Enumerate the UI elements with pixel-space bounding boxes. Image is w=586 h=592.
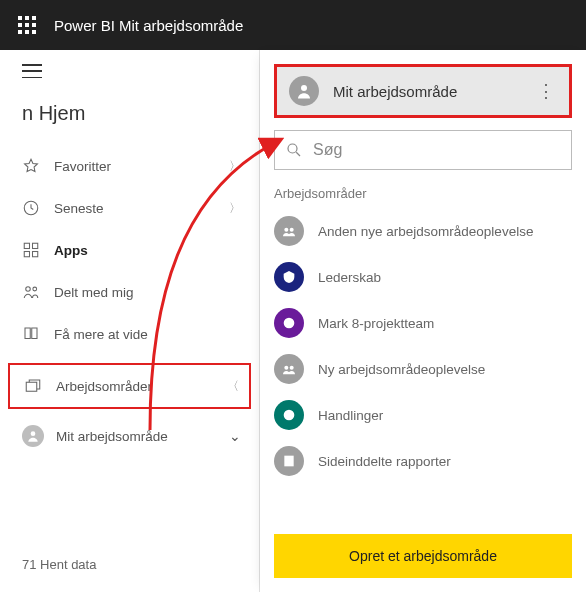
- workspaces-icon: [24, 377, 42, 395]
- more-icon[interactable]: ⋮: [537, 80, 557, 102]
- hamburger-icon[interactable]: [22, 64, 42, 78]
- chevron-right-icon: 〉: [229, 158, 241, 175]
- workspace-icon: [274, 354, 304, 384]
- sidebar-item-recent[interactable]: Seneste 〉: [0, 187, 259, 229]
- list-item-label: Anden nye arbejdsområdeoplevelse: [318, 224, 533, 239]
- book-icon: [22, 325, 40, 343]
- get-data-link[interactable]: 71 Hent data: [22, 557, 96, 572]
- svg-rect-17: [284, 456, 293, 467]
- current-workspace-label: Mit arbejdsområde: [333, 83, 523, 100]
- workspace-icon: [274, 216, 304, 246]
- sidebar-item-label: Favoritter: [54, 159, 215, 174]
- list-item[interactable]: Handlinger: [274, 395, 572, 435]
- person-icon: [22, 425, 44, 447]
- sidebar-item-favorites[interactable]: Favoritter 〉: [0, 145, 259, 187]
- app-title: Power BI Mit arbejdsområde: [54, 17, 243, 34]
- sidebar-item-label: Arbejdsområder: [56, 379, 152, 394]
- svg-point-14: [284, 366, 288, 370]
- top-bar: Power BI Mit arbejdsområde: [0, 0, 586, 50]
- svg-point-15: [290, 366, 294, 370]
- chevron-left-icon: 〈: [227, 378, 239, 395]
- svg-point-8: [31, 431, 36, 436]
- svg-point-10: [288, 144, 297, 153]
- app-launcher-icon[interactable]: [18, 16, 36, 34]
- sidebar-item-label: Få mere at vide: [54, 327, 241, 342]
- person-icon: [289, 76, 319, 106]
- list-item-label: Sideinddelte rapporter: [318, 454, 451, 469]
- workspace-icon: [274, 308, 304, 338]
- sidebar-item-shared[interactable]: Delt med mig: [0, 271, 259, 313]
- chevron-down-icon: ⌄: [229, 428, 241, 444]
- home-heading: n Hjem: [0, 102, 259, 145]
- svg-point-5: [26, 287, 31, 292]
- star-icon: [22, 157, 40, 175]
- create-workspace-button[interactable]: Opret et arbejdsområde: [274, 534, 572, 578]
- sidebar-item-workspaces[interactable]: Arbejdsområder 〈: [10, 365, 249, 407]
- svg-rect-1: [24, 243, 29, 248]
- svg-point-13: [284, 318, 295, 329]
- list-item-label: Ny arbejdsområdeoplevelse: [318, 362, 485, 377]
- sidebar-item-my-workspace[interactable]: Mit arbejdsområde ⌄: [0, 415, 259, 457]
- workspace-icon: [274, 446, 304, 476]
- svg-point-12: [290, 228, 294, 232]
- svg-rect-3: [24, 252, 29, 257]
- list-item[interactable]: Ny arbejdsområdeoplevelse: [274, 349, 572, 389]
- list-item[interactable]: Sideinddelte rapporter: [274, 441, 572, 481]
- list-item[interactable]: Anden nye arbejdsområdeoplevelse: [274, 211, 572, 251]
- chevron-right-icon: 〉: [229, 200, 241, 217]
- list-item-label: Handlinger: [318, 408, 383, 423]
- sidebar-item-label: Mit arbejdsområde: [56, 429, 168, 444]
- svg-point-16: [284, 410, 295, 421]
- apps-icon: [22, 241, 40, 259]
- list-item-label: Mark 8-projektteam: [318, 316, 434, 331]
- workspaces-section-label: Arbejdsområder: [274, 186, 572, 201]
- list-item-label: Lederskab: [318, 270, 381, 285]
- sidebar-item-label: Seneste: [54, 201, 215, 216]
- current-workspace-header[interactable]: Mit arbejdsområde ⋮: [277, 67, 569, 115]
- search-input[interactable]: [313, 141, 561, 159]
- svg-point-11: [284, 228, 288, 232]
- svg-rect-7: [26, 382, 37, 391]
- workspace-list: Anden nye arbejdsområdeoplevelse Ledersk…: [274, 211, 572, 481]
- list-item[interactable]: Lederskab: [274, 257, 572, 297]
- list-item[interactable]: Mark 8-projektteam: [274, 303, 572, 343]
- sidebar-item-apps[interactable]: Apps: [0, 229, 259, 271]
- svg-rect-2: [33, 243, 38, 248]
- shared-icon: [22, 283, 40, 301]
- workspaces-flyout: Mit arbejdsområde ⋮ Arbejdsområder Anden…: [260, 50, 586, 592]
- sidebar-item-label: Apps: [54, 243, 241, 258]
- workspace-icon: [274, 262, 304, 292]
- sidebar-item-label: Delt med mig: [54, 285, 241, 300]
- annotation-box-current-workspace: Mit arbejdsområde ⋮: [274, 64, 572, 118]
- search-icon: [285, 141, 303, 159]
- clock-icon: [22, 199, 40, 217]
- search-input-wrap[interactable]: [274, 130, 572, 170]
- svg-point-6: [33, 287, 37, 291]
- annotation-box-workspaces: Arbejdsområder 〈: [8, 363, 251, 409]
- svg-rect-4: [33, 252, 38, 257]
- sidebar-item-learn[interactable]: Få mere at vide: [0, 313, 259, 355]
- svg-point-9: [301, 85, 307, 91]
- workspace-icon: [274, 400, 304, 430]
- sidebar: n Hjem Favoritter 〉 Seneste 〉 Apps Delt …: [0, 50, 260, 592]
